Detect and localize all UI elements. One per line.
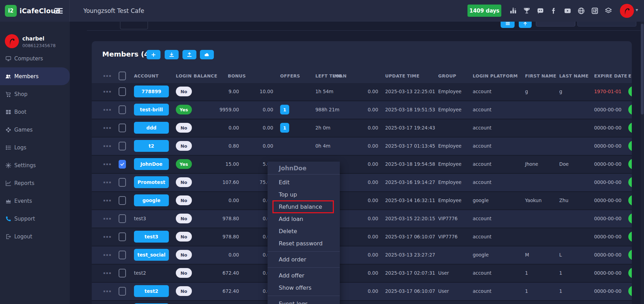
row-checkbox[interactable] (119, 196, 126, 205)
offer-count-badge[interactable]: 1 (280, 105, 289, 114)
enabled-toggle[interactable] (628, 213, 632, 224)
enabled-toggle[interactable] (628, 159, 632, 169)
table-row[interactable]: ▪▪▪t2No0.800.000h 4m0.002025-03-17 01:13… (92, 138, 632, 156)
globe-icon[interactable] (577, 6, 586, 15)
table-row[interactable]: ▪▪▪JohnDoeYes15.005.001h 49m0.002025-03-… (92, 156, 632, 174)
table-row[interactable]: ▪▪▪test3No978.800.000.002025-03-15 22:20… (92, 210, 632, 228)
table-row[interactable]: ▪▪▪test2No672.400.000.002025-03-17 02:07… (92, 265, 632, 283)
row-checkbox[interactable] (119, 287, 126, 296)
row-more-icon[interactable]: ▪▪▪ (103, 210, 111, 227)
table-row[interactable]: ▪▪▪test2No672.400.000.002025-03-17 06:10… (92, 283, 632, 301)
table-row[interactable]: ▪▪▪778899No9.0010.001h 54m0.002025-03-13… (92, 83, 632, 101)
account-button[interactable]: test2 (134, 285, 169, 297)
select-all-checkbox[interactable] (119, 72, 126, 80)
account-button[interactable]: ddd (134, 122, 169, 134)
account-button[interactable]: test-brill (134, 104, 169, 116)
context-menu-item-event-logs[interactable]: Event logs (268, 298, 340, 304)
trophy-icon[interactable] (522, 6, 531, 15)
context-menu-item-add-order[interactable]: Add order (268, 253, 340, 266)
cloud-member-button[interactable] (200, 50, 214, 59)
table-row[interactable]: ▪▪▪test3No978.800.000.002025-03-17 06:10… (92, 228, 632, 246)
add-member-button[interactable] (147, 50, 160, 59)
context-menu-item-refund-balance[interactable]: Refund balance (268, 201, 340, 213)
row-more-icon[interactable]: ▪▪▪ (103, 83, 111, 100)
table-row[interactable]: ▪▪▪PromotestNo107.6075.000.002025-03-16 … (92, 174, 632, 192)
account-button[interactable]: JohnDoe (134, 158, 169, 170)
row-more-icon[interactable]: ▪▪▪ (103, 174, 111, 191)
icafe-mini-icon[interactable] (590, 6, 599, 15)
upload-member-button[interactable] (182, 50, 196, 59)
row-checkbox[interactable] (119, 232, 126, 241)
column-header-update_time[interactable]: UPDATE TIME (385, 68, 434, 83)
enabled-toggle[interactable] (628, 104, 632, 115)
sidebar-item-logout[interactable]: Logout (0, 228, 70, 245)
account-button[interactable]: 778899 (134, 86, 169, 97)
table-row[interactable]: ▪▪▪test1234No0.000.000.002025-03-15 12:3… (92, 301, 632, 304)
row-more-icon[interactable]: ▪▪▪ (103, 119, 111, 136)
sidebar-item-games[interactable]: Games (0, 121, 70, 139)
column-header-enabled[interactable]: E (628, 68, 632, 83)
window-scrollbar[interactable] (641, 22, 644, 304)
context-menu-item-edit[interactable]: Edit (268, 176, 340, 188)
sidebar-item-computers[interactable]: Computers (0, 50, 70, 67)
row-checkbox[interactable] (119, 124, 126, 132)
row-checkbox[interactable] (119, 160, 126, 169)
row-more-icon[interactable]: ▪▪▪ (103, 246, 111, 263)
account-button[interactable]: test3 (134, 231, 169, 243)
row-checkbox[interactable] (119, 214, 126, 223)
row-checkbox[interactable] (119, 269, 126, 277)
enabled-toggle[interactable] (628, 86, 632, 97)
table-row[interactable]: ▪▪▪test_socialNo0.000.000.002025-03-13 2… (92, 246, 632, 265)
context-menu-item-add-loan[interactable]: Add loan (268, 213, 340, 225)
sidebar-item-support[interactable]: Support (0, 210, 70, 228)
enabled-toggle[interactable] (628, 195, 632, 206)
chevron-down-icon[interactable]: ▾ (636, 7, 638, 13)
enabled-toggle[interactable] (628, 123, 632, 133)
context-menu-item-top-up[interactable]: Top up (268, 188, 340, 201)
enabled-toggle[interactable] (628, 250, 632, 260)
row-more-icon[interactable]: ▪▪▪ (103, 265, 111, 281)
youtube-icon[interactable] (563, 6, 572, 15)
row-more-icon[interactable]: ▪▪▪ (103, 301, 111, 304)
context-menu-item-delete[interactable]: Delete (268, 225, 340, 237)
row-more-icon[interactable]: ▪▪▪ (103, 138, 111, 154)
sidebar-item-settings[interactable]: Settings (0, 156, 70, 174)
context-menu-item-show-offers[interactable]: Show offers (268, 282, 340, 294)
sidebar-avatar[interactable] (5, 34, 19, 48)
account-button[interactable]: google (134, 194, 169, 206)
column-header-account[interactable]: ACCOUNT (134, 68, 183, 83)
account-button[interactable]: t2 (134, 140, 169, 152)
row-checkbox[interactable] (119, 142, 126, 150)
column-header-bonus[interactable]: BONUS (228, 68, 273, 83)
column-header-platform[interactable]: LOGIN PLATFORM (473, 68, 522, 83)
user-avatar[interactable] (620, 4, 634, 18)
row-more-icon[interactable]: ▪▪▪ (103, 192, 111, 209)
account-button[interactable]: Promotest (134, 176, 169, 188)
context-menu-item-reset-password[interactable]: Reset password (268, 237, 340, 250)
sidebar-item-logs[interactable]: Logs (0, 139, 70, 156)
enabled-toggle[interactable] (628, 286, 632, 296)
discord-icon[interactable] (536, 6, 545, 15)
enabled-toggle[interactable] (628, 141, 632, 151)
layers-icon[interactable] (604, 6, 613, 15)
row-checkbox[interactable] (119, 251, 126, 259)
offer-count-badge[interactable]: 1 (280, 123, 289, 133)
sidebar-item-boot[interactable]: Boot (0, 103, 70, 121)
sidebar-item-reports[interactable]: Reports (0, 174, 70, 192)
table-row[interactable]: ▪▪▪googleNo0.000.000.002025-03-14 16:32:… (92, 192, 632, 210)
scrollbar-thumb[interactable] (641, 24, 644, 114)
ranking-icon[interactable] (509, 6, 518, 15)
row-checkbox[interactable] (119, 178, 126, 187)
table-row[interactable]: ▪▪▪test-brillYes9959.000.001988h 21m0.00… (92, 101, 632, 119)
row-more-icon[interactable]: ▪▪▪ (103, 228, 111, 245)
enabled-toggle[interactable] (628, 231, 632, 242)
row-more-icon[interactable]: ▪▪▪ (103, 101, 111, 118)
account-button[interactable]: test_social (134, 249, 169, 261)
row-checkbox[interactable] (119, 105, 126, 114)
subscription-days-badge[interactable]: 1409 days (467, 5, 501, 17)
hamburger-menu-icon[interactable] (54, 8, 63, 14)
sidebar-item-shop[interactable]: Shop (0, 85, 70, 103)
sidebar-item-members[interactable]: Members (0, 67, 70, 85)
table-row[interactable]: ▪▪▪dddNo0.000.0012h 0m0.002025-03-17 19:… (92, 119, 632, 138)
download-member-button[interactable] (165, 50, 179, 59)
